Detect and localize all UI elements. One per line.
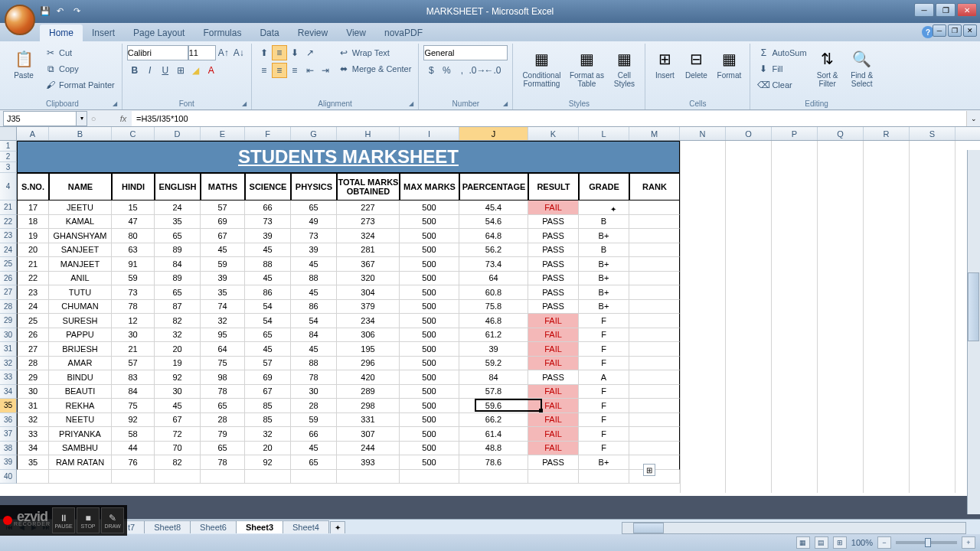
cell-pct[interactable]: 84 <box>459 370 528 385</box>
minimize-button[interactable]: ─ <box>914 3 934 17</box>
cell-m[interactable]: 28 <box>201 413 245 428</box>
font-dialog-launcher[interactable]: ◢ <box>242 100 250 108</box>
copy-button[interactable]: ⧉Copy <box>42 61 117 77</box>
cell-sno[interactable]: 30 <box>17 385 49 399</box>
header-cell[interactable]: RESULT <box>528 173 579 201</box>
cell-s[interactable]: 69 <box>245 370 291 385</box>
cell-m[interactable]: 79 <box>201 427 245 442</box>
cell-e[interactable]: 30 <box>155 385 201 399</box>
cell-rank[interactable] <box>629 272 680 286</box>
cell-s[interactable]: 45 <box>245 272 291 286</box>
cell-empty[interactable] <box>400 470 459 484</box>
cell-sno[interactable]: 27 <box>17 342 49 357</box>
cell-grade[interactable]: F <box>579 342 629 357</box>
page-break-view-button[interactable]: ⊞ <box>833 536 847 549</box>
header-cell[interactable]: TOTAL MARKS OBTAINED <box>337 173 400 201</box>
autosum-button[interactable]: ΣAutoSum <box>755 45 808 60</box>
cell-tot[interactable]: 298 <box>337 399 400 413</box>
cell-m[interactable]: 65 <box>201 399 245 413</box>
workbook-restore-button[interactable]: ❐ <box>948 24 962 37</box>
cell-tot[interactable]: 379 <box>337 300 400 315</box>
cell-rank[interactable] <box>629 399 680 413</box>
sheet-tab-sheet4[interactable]: Sheet4 <box>283 520 329 533</box>
cell-rank[interactable] <box>629 229 680 243</box>
shrink-font-button[interactable]: A↓ <box>231 45 247 60</box>
row-header-36[interactable]: 36 <box>0 413 17 428</box>
header-cell[interactable]: PAERCENTAGE <box>459 173 528 201</box>
wrap-text-button[interactable]: ↩Wrap Text <box>335 45 414 60</box>
cell-m[interactable]: 35 <box>201 285 245 300</box>
col-header-H[interactable]: H <box>337 127 400 140</box>
worksheet-grid[interactable]: ABCDEFGHIJKLMNOPQRS 12342122232425262728… <box>0 127 980 496</box>
ribbon-tab-insert[interactable]: Insert <box>83 24 124 41</box>
cell-grade[interactable]: F <box>579 314 629 328</box>
border-button[interactable]: ⊞ <box>173 63 188 78</box>
conditional-fmt-button[interactable]: ▦Conditional Formatting <box>518 45 565 90</box>
cell-rank[interactable] <box>629 215 680 230</box>
cell-h[interactable]: 80 <box>112 229 155 243</box>
insert-button[interactable]: ⊞Insert <box>650 45 679 81</box>
cell-h[interactable]: 92 <box>112 413 155 428</box>
workbook-minimize-button[interactable]: ─ <box>933 24 946 37</box>
zoom-slider[interactable] <box>896 541 957 544</box>
cell-grade[interactable]: B <box>579 243 629 258</box>
cell-name[interactable]: BRIJESH <box>49 342 112 357</box>
cell-name[interactable]: RAM RATAN <box>49 455 112 470</box>
cell-sno[interactable]: 20 <box>17 243 49 258</box>
cell-h[interactable]: 63 <box>112 243 155 258</box>
cell-e[interactable]: 35 <box>155 215 201 230</box>
cell-p[interactable]: 86 <box>291 300 337 315</box>
cell-e[interactable]: 92 <box>155 370 201 385</box>
cell-empty[interactable] <box>17 470 49 484</box>
cell-e[interactable]: 84 <box>155 257 201 272</box>
cell-max[interactable]: 500 <box>400 342 459 357</box>
cell-s[interactable]: 45 <box>245 243 291 258</box>
cell-name[interactable]: CHUMAN <box>49 300 112 315</box>
cell-s[interactable]: 73 <box>245 215 291 230</box>
cell-max[interactable]: 500 <box>400 413 459 428</box>
cell-e[interactable]: 32 <box>155 328 201 343</box>
title-cell[interactable]: STUDENTS MARKSHEET <box>17 141 680 173</box>
cell-h[interactable]: 21 <box>112 342 155 357</box>
cell-pct[interactable]: 75.8 <box>459 300 528 315</box>
clipboard-dialog-launcher[interactable]: ◢ <box>113 100 120 108</box>
row-header-24[interactable]: 24 <box>0 243 17 258</box>
cell-pct[interactable]: 61.4 <box>459 427 528 442</box>
cell-name[interactable]: KAMAL <box>49 215 112 230</box>
align-bottom-button[interactable]: ⬇ <box>287 45 302 60</box>
ribbon-tab-review[interactable]: Review <box>289 24 337 41</box>
clear-button[interactable]: ⌫Clear <box>755 77 808 93</box>
row-header-35[interactable]: 35 <box>0 399 17 413</box>
header-cell[interactable]: RANK <box>629 173 680 201</box>
cell-grade[interactable]: F <box>579 385 629 399</box>
cell-rank[interactable] <box>629 285 680 300</box>
row-header-21[interactable]: 21 <box>0 201 17 215</box>
cell-e[interactable]: 82 <box>155 314 201 328</box>
cell-s[interactable]: 65 <box>245 328 291 343</box>
sheet-tab-sheet6[interactable]: Sheet6 <box>190 520 237 533</box>
col-header-I[interactable]: I <box>400 127 459 140</box>
cell-p[interactable]: 59 <box>291 413 337 428</box>
cell-name[interactable]: ANIL <box>49 272 112 286</box>
cell-sno[interactable]: 33 <box>17 427 49 442</box>
page-layout-view-button[interactable]: ▤ <box>815 536 828 549</box>
align-top-button[interactable]: ⬆ <box>256 45 272 60</box>
ribbon-tab-data[interactable]: Data <box>250 24 288 41</box>
cell-grade[interactable]: B+ <box>579 300 629 315</box>
zoom-in-button[interactable]: + <box>962 536 975 549</box>
qat-save-icon[interactable]: 💾 <box>40 6 52 18</box>
cell-sno[interactable]: 23 <box>17 285 49 300</box>
cell-max[interactable]: 500 <box>400 357 459 371</box>
cell-h[interactable]: 78 <box>112 300 155 315</box>
cell-e[interactable]: 20 <box>155 342 201 357</box>
cell-m[interactable]: 98 <box>201 370 245 385</box>
cell-p[interactable]: 78 <box>291 370 337 385</box>
cell-h[interactable]: 47 <box>112 215 155 230</box>
cell-res[interactable]: PASS <box>528 455 579 470</box>
cell-max[interactable]: 500 <box>400 399 459 413</box>
cell-res[interactable]: PASS <box>528 243 579 258</box>
row-header-1[interactable]: 1 <box>0 141 17 152</box>
row-header-29[interactable]: 29 <box>0 314 17 328</box>
cell-name[interactable]: JEETU <box>49 201 112 215</box>
row-header-38[interactable]: 38 <box>0 442 17 456</box>
